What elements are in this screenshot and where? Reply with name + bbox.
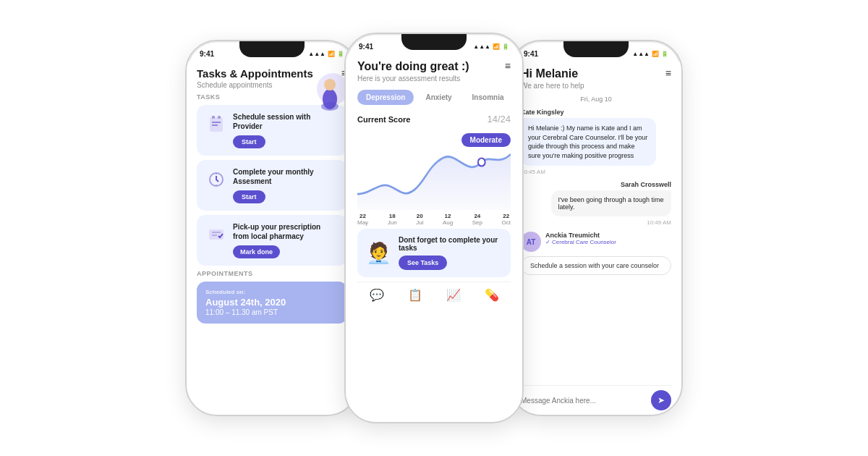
status-icons-left: ▲▲▲ 📶 🔋 — [308, 51, 344, 57]
svg-point-3 — [321, 102, 339, 111]
appointments-label: APPOINTMENTS — [197, 270, 347, 277]
left-screen: Tasks & Appointments ≡ Schedule appointm… — [187, 62, 357, 415]
signal-icon-r: ▲▲▲ — [632, 51, 650, 57]
wifi-icon-r: 📶 — [652, 51, 659, 57]
nav-rx-icon[interactable]: 💊 — [485, 288, 499, 302]
wifi-icon-c: 📶 — [493, 43, 500, 50]
right-header: Hi Melanie ≡ — [521, 67, 671, 80]
counselor-name: Anckia Treumicht — [545, 232, 616, 239]
chart-date-1: 18 Jun — [388, 213, 397, 226]
bubble-sarah: I've been going through a tough time lat… — [551, 190, 671, 216]
task-start-btn-2[interactable]: Start — [233, 190, 265, 203]
task-icon-2 — [205, 169, 227, 190]
left-title: Tasks & Appointments — [197, 67, 313, 80]
task-title-1: Schedule session with Provider — [233, 112, 339, 131]
time-10-49: 10:49 AM — [521, 219, 671, 226]
counselor-role: ✓ Cerebral Care Counselor — [545, 239, 616, 245]
bubble-right-wrap: Sarah Crosswell I've been going through … — [521, 181, 671, 216]
battery-icon-r: 🔋 — [661, 51, 668, 57]
chat-area: Kate Kingsley Hi Melanie :) My name is K… — [521, 109, 671, 382]
svg-rect-4 — [210, 117, 223, 132]
send-icon: ➤ — [658, 395, 665, 405]
tab-insomnia[interactable]: Insomnia — [464, 90, 513, 105]
left-content: Tasks & Appointments ≡ Schedule appointm… — [187, 62, 357, 415]
center-title: You're doing great :) — [357, 60, 469, 73]
task-card-1: Schedule session with Provider Start — [197, 105, 347, 156]
right-content: Hi Melanie ≡ We are here to help Fri, Au… — [511, 62, 681, 415]
center-header: You're doing great :) ≡ — [357, 60, 511, 73]
task-title-2: Complete your monthly Assesment — [233, 167, 339, 186]
chart-dates: 22 May 18 Jun 20 Jul 12 — [357, 213, 511, 226]
svg-rect-6 — [218, 116, 221, 119]
task-title-3: Pick-up your prescription from local pha… — [233, 222, 339, 241]
score-total: 24 — [501, 114, 511, 124]
counselor-info: Anckia Treumicht ✓ Cerebral Care Counsel… — [545, 232, 616, 245]
tab-depression[interactable]: Depression — [357, 90, 414, 105]
message-input-row: ➤ — [521, 385, 671, 415]
phone-left: 9:41 ▲▲▲ 📶 🔋 Tasks & Appointments ≡ Sche… — [185, 40, 359, 416]
center-subtitle: Here is your assessment results — [357, 75, 511, 83]
task-content-1: Schedule session with Provider Start — [233, 112, 339, 148]
notch-left — [239, 41, 305, 57]
reminder-title: Dont forget to complete your tasks — [399, 236, 502, 252]
task-card-2: Complete your monthly Assesment Start — [197, 160, 347, 211]
bubble-kate: Hi Melanie :) My name is Kate and I am y… — [521, 118, 656, 166]
time-right: 9:41 — [524, 50, 538, 58]
scene: 9:41 ▲▲▲ 📶 🔋 Tasks & Appointments ≡ Sche… — [36, 14, 832, 442]
time-10-45: 10:45 AM — [521, 169, 671, 175]
tab-row: Depression Anxiety Insomnia — [357, 90, 511, 105]
tab-anxiety[interactable]: Anxiety — [417, 90, 460, 105]
phone-center: 9:41 ▲▲▲ 📶 🔋 You're doing great :) ≡ Her… — [344, 33, 524, 423]
task-icon-3 — [205, 224, 227, 245]
counselor-row: AT Anckia Treumicht ✓ Cerebral Care Coun… — [521, 232, 671, 252]
status-icons-right: ▲▲▲ 📶 🔋 — [632, 51, 668, 57]
appt-date: August 24th, 2020 — [205, 297, 339, 308]
time-center: 9:41 — [359, 43, 373, 51]
right-title: Hi Melanie — [521, 67, 578, 80]
bottom-nav: 💬 📋 📈 💊 — [357, 282, 511, 309]
svg-point-2 — [324, 79, 336, 90]
message-input[interactable] — [521, 397, 647, 405]
svg-rect-5 — [212, 116, 215, 119]
right-screen: Hi Melanie ≡ We are here to help Fri, Au… — [511, 62, 681, 415]
reminder-card: 🧑‍💼 Dont forget to complete your tasks S… — [357, 229, 511, 277]
signal-icon-c: ▲▲▲ — [473, 43, 490, 50]
menu-icon-center[interactable]: ≡ — [505, 60, 511, 72]
nav-calendar-icon[interactable]: 📋 — [408, 288, 422, 302]
chart-date-4: 24 Sep — [472, 213, 482, 226]
battery-icon: 🔋 — [337, 51, 344, 57]
chart-container: Moderate — [357, 130, 511, 224]
task-content-3: Pick-up your prescription from local pha… — [233, 222, 339, 258]
chart-date-5: 22 Oct — [502, 213, 511, 226]
score-current: 14 — [487, 114, 497, 124]
task-icon-1 — [205, 114, 227, 135]
moderate-badge: Moderate — [461, 133, 511, 147]
task-content-2: Complete your monthly Assesment Start — [233, 167, 339, 203]
task-card-3: Pick-up your prescription from local pha… — [197, 215, 347, 266]
nav-activity-icon[interactable]: 📈 — [446, 288, 461, 302]
task-markdone-btn[interactable]: Mark done — [233, 245, 280, 258]
chart-date-3: 12 Aug — [443, 213, 453, 226]
reminder-text: Dont forget to complete your tasks See T… — [399, 236, 502, 270]
score-label: Current Score — [357, 115, 410, 124]
signal-icon: ▲▲▲ — [308, 51, 326, 57]
score-row: Current Score 14/24 — [357, 114, 511, 124]
see-tasks-btn[interactable]: See Tasks — [399, 256, 447, 270]
nav-chat-icon[interactable]: 💬 — [370, 288, 384, 302]
date-divider: Fri, Aug 10 — [521, 96, 671, 103]
time-left: 9:41 — [200, 50, 214, 58]
send-btn[interactable]: ➤ — [651, 390, 671, 410]
battery-icon-c: 🔋 — [502, 43, 509, 50]
center-screen: You're doing great :) ≡ Here is your ass… — [346, 54, 522, 422]
appointment-card: Scheduled on: August 24th, 2020 11:00 – … — [197, 282, 347, 324]
menu-icon-right[interactable]: ≡ — [665, 67, 671, 79]
appointments-section: APPOINTMENTS Scheduled on: August 24th, … — [197, 270, 347, 324]
appt-time: 11:00 – 11.30 am PST — [205, 308, 339, 316]
action-bubble[interactable]: Schedule a session with your care counse… — [521, 256, 671, 275]
task-start-btn-1[interactable]: Start — [233, 135, 265, 148]
sender-kate: Kate Kingsley — [521, 109, 671, 116]
status-icons-center: ▲▲▲ 📶 🔋 — [473, 43, 509, 50]
chart-date-2: 20 Jul — [416, 213, 423, 226]
center-content: You're doing great :) ≡ Here is your ass… — [346, 54, 522, 422]
wifi-icon: 📶 — [328, 51, 335, 57]
